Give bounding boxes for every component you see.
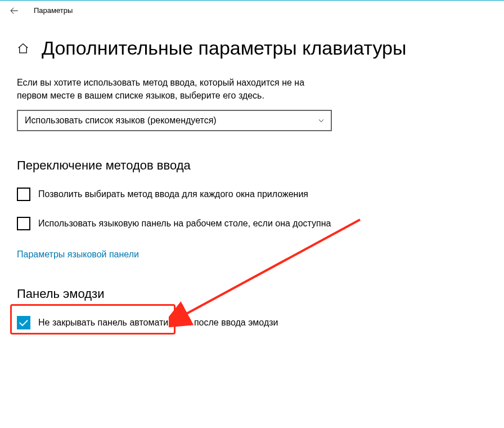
default-input-method-dropdown[interactable]: Использовать список языков (рекомендуетс… xyxy=(17,110,332,131)
checkbox-emoji-no-close[interactable]: Не закрывать панель автоматически после … xyxy=(17,316,343,329)
checkbox-box-checked[interactable] xyxy=(17,316,30,329)
back-button[interactable] xyxy=(4,1,24,20)
dropdown-selected-value: Использовать список языков (рекомендуетс… xyxy=(25,115,217,126)
page-title: Дополнительные параметры клавиатуры xyxy=(42,37,406,59)
checkbox-label: Позволить выбирать метод ввода для каждо… xyxy=(38,188,308,200)
description-text: Если вы хотите использовать метод ввода,… xyxy=(17,76,332,102)
home-icon[interactable] xyxy=(17,42,29,55)
checkbox-lang-bar[interactable]: Использовать языковую панель на рабочем … xyxy=(17,217,343,230)
checkbox-label: Не закрывать панель автоматически после … xyxy=(38,316,278,329)
checkbox-label: Использовать языковую панель на рабочем … xyxy=(38,217,331,230)
checkbox-box[interactable] xyxy=(17,217,30,230)
section-heading-emoji: Панель эмодзи xyxy=(17,287,487,301)
titlebar-app-name: Параметры xyxy=(34,6,73,15)
section-heading-switching: Переключение методов ввода xyxy=(17,158,487,173)
language-bar-options-link[interactable]: Параметры языковой панели xyxy=(17,249,139,259)
heading-row: Дополнительные параметры клавиатуры xyxy=(17,37,487,59)
checkbox-box[interactable] xyxy=(17,188,30,201)
content-area: Дополнительные параметры клавиатуры Если… xyxy=(0,20,504,329)
titlebar: Параметры xyxy=(0,0,504,20)
checkbox-per-window[interactable]: Позволить выбирать метод ввода для каждо… xyxy=(17,188,343,201)
arrow-left-icon xyxy=(9,6,19,16)
chevron-down-icon xyxy=(317,117,325,124)
